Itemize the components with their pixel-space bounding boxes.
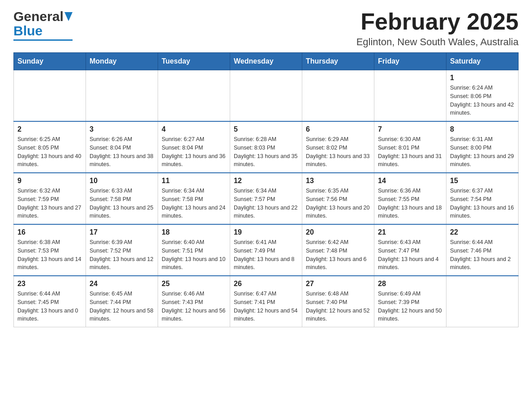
day-number: 24 — [90, 280, 154, 288]
weekday-header-friday: Friday — [374, 53, 446, 70]
day-info: Sunrise: 6:30 AM Sunset: 8:01 PM Dayligh… — [378, 135, 442, 169]
day-number: 14 — [378, 177, 442, 185]
calendar-cell: 22Sunrise: 6:44 AM Sunset: 7:46 PM Dayli… — [446, 224, 519, 276]
day-info: Sunrise: 6:36 AM Sunset: 7:55 PM Dayligh… — [378, 187, 442, 220]
day-number: 19 — [234, 228, 298, 236]
logo-blue-text: Blue — [13, 23, 43, 39]
day-info: Sunrise: 6:37 AM Sunset: 7:54 PM Dayligh… — [450, 187, 515, 220]
day-info: Sunrise: 6:44 AM Sunset: 7:46 PM Dayligh… — [450, 238, 515, 272]
day-number: 18 — [162, 228, 226, 236]
day-info: Sunrise: 6:42 AM Sunset: 7:48 PM Dayligh… — [306, 238, 370, 272]
day-number: 20 — [306, 228, 370, 236]
day-number: 15 — [450, 177, 515, 185]
calendar-week-row: 1Sunrise: 6:24 AM Sunset: 8:06 PM Daylig… — [14, 70, 519, 122]
calendar-week-row: 23Sunrise: 6:44 AM Sunset: 7:45 PM Dayli… — [14, 276, 519, 327]
calendar-subtitle: Eglinton, New South Wales, Australia — [356, 36, 519, 48]
day-info: Sunrise: 6:40 AM Sunset: 7:51 PM Dayligh… — [162, 238, 226, 272]
day-number: 16 — [17, 228, 82, 236]
day-info: Sunrise: 6:26 AM Sunset: 8:04 PM Dayligh… — [90, 135, 154, 169]
day-number: 21 — [378, 228, 442, 236]
day-number: 1 — [450, 74, 515, 82]
weekday-header-thursday: Thursday — [302, 53, 374, 70]
weekday-header-saturday: Saturday — [446, 53, 519, 70]
day-number: 6 — [306, 125, 370, 133]
day-number: 7 — [378, 125, 442, 133]
weekday-header-wednesday: Wednesday — [230, 53, 302, 70]
calendar-cell: 17Sunrise: 6:39 AM Sunset: 7:52 PM Dayli… — [86, 224, 158, 276]
calendar-cell: 4Sunrise: 6:27 AM Sunset: 8:04 PM Daylig… — [158, 121, 230, 173]
calendar-cell: 11Sunrise: 6:34 AM Sunset: 7:58 PM Dayli… — [158, 173, 230, 224]
day-info: Sunrise: 6:25 AM Sunset: 8:05 PM Dayligh… — [17, 135, 82, 169]
calendar-cell: 10Sunrise: 6:33 AM Sunset: 7:58 PM Dayli… — [86, 173, 158, 224]
day-info: Sunrise: 6:34 AM Sunset: 7:57 PM Dayligh… — [234, 187, 298, 220]
day-number: 4 — [162, 125, 226, 133]
calendar-cell: 25Sunrise: 6:46 AM Sunset: 7:43 PM Dayli… — [158, 276, 230, 327]
day-info: Sunrise: 6:34 AM Sunset: 7:58 PM Dayligh… — [162, 187, 226, 220]
calendar-cell: 28Sunrise: 6:49 AM Sunset: 7:39 PM Dayli… — [374, 276, 446, 327]
day-info: Sunrise: 6:39 AM Sunset: 7:52 PM Dayligh… — [90, 238, 154, 272]
calendar-week-row: 16Sunrise: 6:38 AM Sunset: 7:53 PM Dayli… — [14, 224, 519, 276]
day-number: 26 — [234, 280, 298, 288]
weekday-header-tuesday: Tuesday — [158, 53, 230, 70]
logo-triangle-icon — [64, 12, 73, 23]
calendar-cell: 21Sunrise: 6:43 AM Sunset: 7:47 PM Dayli… — [374, 224, 446, 276]
calendar-cell: 13Sunrise: 6:35 AM Sunset: 7:56 PM Dayli… — [302, 173, 374, 224]
day-info: Sunrise: 6:35 AM Sunset: 7:56 PM Dayligh… — [306, 187, 370, 220]
day-info: Sunrise: 6:43 AM Sunset: 7:47 PM Dayligh… — [378, 238, 442, 272]
calendar-cell: 19Sunrise: 6:41 AM Sunset: 7:49 PM Dayli… — [230, 224, 302, 276]
calendar-cell: 6Sunrise: 6:29 AM Sunset: 8:02 PM Daylig… — [302, 121, 374, 173]
day-info: Sunrise: 6:33 AM Sunset: 7:58 PM Dayligh… — [90, 187, 154, 220]
day-info: Sunrise: 6:46 AM Sunset: 7:43 PM Dayligh… — [162, 290, 226, 323]
calendar-cell: 12Sunrise: 6:34 AM Sunset: 7:57 PM Dayli… — [230, 173, 302, 224]
page-header: General Blue February 2025 Eglinton, New… — [13, 9, 519, 48]
logo: General Blue — [13, 9, 73, 41]
calendar-cell — [446, 276, 519, 327]
calendar-cell — [86, 70, 158, 122]
calendar-cell: 7Sunrise: 6:30 AM Sunset: 8:01 PM Daylig… — [374, 121, 446, 173]
calendar-cell: 20Sunrise: 6:42 AM Sunset: 7:48 PM Dayli… — [302, 224, 374, 276]
calendar-cell — [158, 70, 230, 122]
day-info: Sunrise: 6:41 AM Sunset: 7:49 PM Dayligh… — [234, 238, 298, 272]
calendar-cell: 18Sunrise: 6:40 AM Sunset: 7:51 PM Dayli… — [158, 224, 230, 276]
day-number: 5 — [234, 125, 298, 133]
calendar-cell: 5Sunrise: 6:28 AM Sunset: 8:03 PM Daylig… — [230, 121, 302, 173]
calendar-cell: 1Sunrise: 6:24 AM Sunset: 8:06 PM Daylig… — [446, 70, 519, 122]
day-info: Sunrise: 6:28 AM Sunset: 8:03 PM Dayligh… — [234, 135, 298, 169]
calendar-cell — [374, 70, 446, 122]
day-info: Sunrise: 6:32 AM Sunset: 7:59 PM Dayligh… — [17, 187, 82, 220]
calendar-cell: 15Sunrise: 6:37 AM Sunset: 7:54 PM Dayli… — [446, 173, 519, 224]
day-number: 23 — [17, 280, 82, 288]
day-number: 2 — [17, 125, 82, 133]
calendar-cell: 23Sunrise: 6:44 AM Sunset: 7:45 PM Dayli… — [14, 276, 86, 327]
calendar-header-text: February 2025 Eglinton, New South Wales,… — [356, 9, 519, 48]
calendar-cell — [230, 70, 302, 122]
day-info: Sunrise: 6:49 AM Sunset: 7:39 PM Dayligh… — [378, 290, 442, 323]
day-number: 9 — [17, 177, 82, 185]
day-number: 25 — [162, 280, 226, 288]
calendar-cell: 8Sunrise: 6:31 AM Sunset: 8:00 PM Daylig… — [446, 121, 519, 173]
calendar-table: SundayMondayTuesdayWednesdayThursdayFrid… — [13, 52, 519, 327]
day-info: Sunrise: 6:27 AM Sunset: 8:04 PM Dayligh… — [162, 135, 226, 169]
day-number: 3 — [90, 125, 154, 133]
calendar-cell — [14, 70, 86, 122]
calendar-cell: 3Sunrise: 6:26 AM Sunset: 8:04 PM Daylig… — [86, 121, 158, 173]
calendar-week-row: 2Sunrise: 6:25 AM Sunset: 8:05 PM Daylig… — [14, 121, 519, 173]
calendar-title: February 2025 — [356, 9, 519, 34]
day-info: Sunrise: 6:31 AM Sunset: 8:00 PM Dayligh… — [450, 135, 515, 169]
day-info: Sunrise: 6:48 AM Sunset: 7:40 PM Dayligh… — [306, 290, 370, 323]
calendar-cell: 27Sunrise: 6:48 AM Sunset: 7:40 PM Dayli… — [302, 276, 374, 327]
calendar-cell: 14Sunrise: 6:36 AM Sunset: 7:55 PM Dayli… — [374, 173, 446, 224]
day-number: 10 — [90, 177, 154, 185]
day-info: Sunrise: 6:45 AM Sunset: 7:44 PM Dayligh… — [90, 290, 154, 323]
day-number: 12 — [234, 177, 298, 185]
calendar-cell — [302, 70, 374, 122]
weekday-header-sunday: Sunday — [14, 53, 86, 70]
day-info: Sunrise: 6:38 AM Sunset: 7:53 PM Dayligh… — [17, 238, 82, 272]
calendar-cell: 26Sunrise: 6:47 AM Sunset: 7:41 PM Dayli… — [230, 276, 302, 327]
calendar-cell: 9Sunrise: 6:32 AM Sunset: 7:59 PM Daylig… — [14, 173, 86, 224]
day-number: 27 — [306, 280, 370, 288]
calendar-week-row: 9Sunrise: 6:32 AM Sunset: 7:59 PM Daylig… — [14, 173, 519, 224]
day-info: Sunrise: 6:44 AM Sunset: 7:45 PM Dayligh… — [17, 290, 82, 323]
calendar-cell: 2Sunrise: 6:25 AM Sunset: 8:05 PM Daylig… — [14, 121, 86, 173]
day-number: 8 — [450, 125, 515, 133]
